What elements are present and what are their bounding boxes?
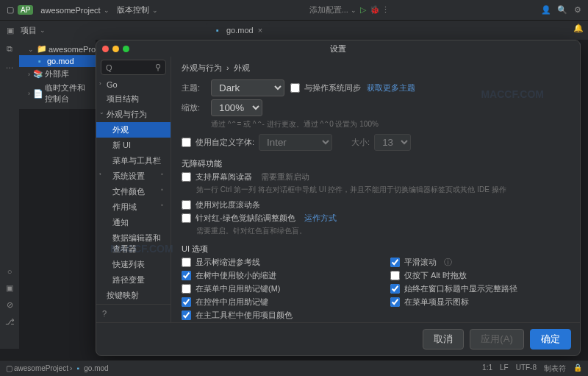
problems-icon[interactable]: ⊘ [5,300,14,310]
editor-tab-label: go.mod [226,26,254,35]
tree-guides-checkbox[interactable] [182,258,191,267]
user-icon[interactable]: 👤 [541,5,550,15]
dialog-title: 设置 [96,43,580,54]
font-select: Inter [259,134,332,151]
apply-button[interactable]: 应用(A) [470,329,524,350]
get-more-themes-link[interactable]: 获取更多主题 [367,82,415,93]
mnemonics-ctrl-checkbox[interactable] [182,297,191,307]
proj-color-checkbox[interactable] [182,311,191,320]
howworks-link[interactable]: 运作方式 [304,213,337,224]
cat-quicklist[interactable]: 快速列表 [96,257,171,272]
redgreen-checkbox[interactable] [182,213,191,223]
custom-font-checkbox[interactable] [182,138,191,147]
editor-tab-gomod[interactable]: ▪ go.mod × [206,23,270,38]
smooth-scroll-checkbox[interactable] [390,258,400,267]
git-icon[interactable]: ⎇ [5,317,14,327]
mnemonics-menu-checkbox[interactable] [182,284,191,294]
notifications-icon[interactable]: 🔔 [573,24,582,33]
bookmarks-icon[interactable]: … [5,61,14,70]
readonly-icon[interactable]: 🔒 [573,363,582,374]
menu-icons-checkbox[interactable] [390,297,400,307]
cat-keymap[interactable]: 按键映射 [96,288,171,303]
commit-icon[interactable]: ○ [5,267,14,276]
cat-appearance[interactable]: 外观 [96,122,171,138]
project-tree[interactable]: ⌄📁awesomeProject ▪go.mod ›📚外部库 ›📄临时文件和控制… [19,40,96,109]
structure-icon[interactable]: ⧉ [5,44,14,54]
cat-go[interactable]: ›Go [96,78,171,91]
status-path[interactable]: ▢awesomeProject› ▪go.mod [6,364,109,372]
cat-filecolors[interactable]: 文件颜色▪ [96,184,171,199]
cat-editor[interactable]: ›编辑器▪ [96,303,171,304]
status-pos[interactable]: 1:1 [482,363,492,374]
chevron-down-icon: ⌄ [152,7,158,14]
cat-notif[interactable]: 通知 [96,215,171,230]
small-indent-checkbox[interactable] [182,271,191,280]
contrast-checkbox[interactable] [182,200,191,210]
project-badge: AP [18,5,33,15]
ui-options-section: UI 选项 [182,244,570,255]
chevron-down-icon: ⌄ [104,7,110,14]
project-name[interactable]: awesomeProject [40,6,100,15]
close-icon[interactable]: × [258,26,262,35]
ok-button[interactable]: 确定 [530,329,571,350]
cat-menus[interactable]: 菜单与工具栏 [96,153,171,169]
cat-pathvars[interactable]: 路径变量 [96,272,171,288]
settings-icon[interactable]: ⚙ [573,5,582,15]
screen-reader-checkbox[interactable] [182,172,191,182]
settings-search[interactable]: Q⚲ [101,60,166,75]
cat-scopes[interactable]: 作用域▪ [96,199,171,215]
project-tool-tab[interactable]: 项目⌄ [21,25,46,36]
filter-icon: ⚲ [155,63,161,72]
a11y-section: 无障碍功能 [182,158,570,169]
zoom-label: 缩放: [182,102,205,113]
help-icon[interactable]: ? [96,304,171,322]
zoom-hint: 通过 ^⌃= 或 ^⌃- 进行更改。通过 ^⌃0 设置为 100% [211,119,570,130]
breadcrumb: 外观与行为 › 外观 [182,63,570,74]
cat-system[interactable]: ›系统设置▪ [96,169,171,184]
theme-select[interactable]: Dark [211,79,284,96]
alt-drag-checkbox[interactable] [390,271,400,280]
tree-file-gomod: ▪go.mod [19,55,96,67]
terminal-icon[interactable]: ▣ [5,283,14,293]
status-enc[interactable]: UTF-8 [516,363,537,374]
sync-os-checkbox[interactable] [290,83,300,93]
size-select: 13 [374,134,411,151]
run-config[interactable]: 添加配置... ⌄ ▷ 🐞 ⋮ [158,4,541,15]
zoom-select[interactable]: 100% [211,99,262,116]
theme-label: 主题: [182,82,205,93]
cat-dataed[interactable]: 数据编辑器和查看器 [96,230,171,257]
vcs-menu[interactable]: 版本控制 [117,4,149,15]
cat-appearance-behavior[interactable]: ⌄外观与行为 [96,107,171,122]
go-file-icon: ▪ [213,26,222,35]
status-lf[interactable]: LF [500,363,509,374]
full-path-checkbox[interactable] [390,284,400,294]
cat-proj-struct[interactable]: 项目结构 [96,91,171,107]
status-tabs[interactable]: 制表符 [544,363,566,374]
cat-newui[interactable]: 新 UI [96,138,171,153]
search-icon[interactable]: 🔍 [557,5,566,15]
window-menu-icon[interactable]: ▢ [6,5,15,15]
settings-dialog: 设置 Q⚲ ›Go 项目结构 ⌄外观与行为 外观 新 UI 菜单与工具栏 ›系统… [96,40,581,356]
cancel-button[interactable]: 取消 [423,329,464,350]
folder-icon[interactable]: ▣ [6,26,15,35]
